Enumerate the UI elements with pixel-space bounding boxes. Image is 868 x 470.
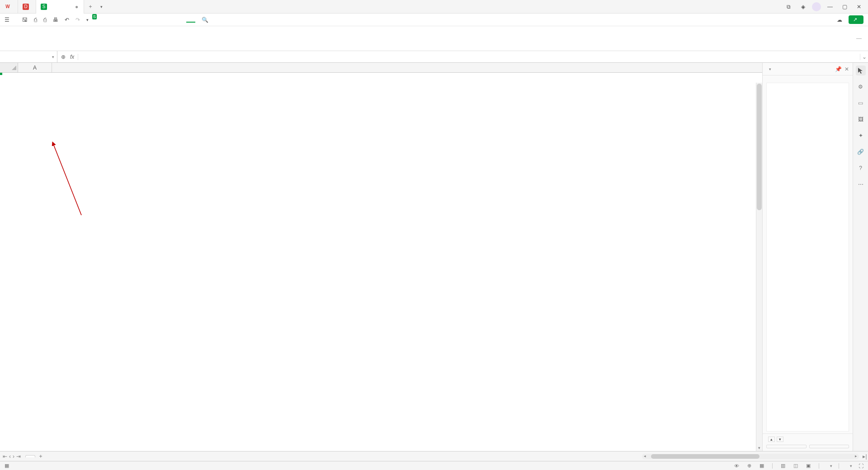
chevron-down-icon[interactable]: ▾ — [52, 55, 54, 59]
formula-expand-icon[interactable]: ⌄ — [860, 54, 868, 60]
col-header-A[interactable]: A — [18, 63, 52, 72]
column-headers: A — [0, 63, 762, 73]
cell-selection — [0, 73, 2, 75]
sheet-first-icon[interactable]: ⇤ — [3, 453, 7, 460]
save-icon[interactable]: 🖫 — [19, 15, 30, 25]
shapes-icon[interactable]: ✦ — [856, 131, 866, 141]
export-icon[interactable]: ⎙ — [31, 15, 40, 25]
view-pagebreak-icon[interactable]: ◫ — [792, 463, 800, 469]
scroll-right-icon[interactable]: ▸ — [855, 454, 857, 458]
hamburger-icon[interactable]: ☰ — [2, 15, 12, 25]
panel-close-icon[interactable]: ✕ — [844, 66, 849, 72]
tab-add-button[interactable]: ＋ — [84, 3, 97, 10]
spreadsheet-icon: S — [41, 4, 47, 10]
name-box[interactable]: ▾ — [0, 51, 57, 62]
redo-icon[interactable]: ↷ — [73, 15, 83, 25]
template-icon: D — [23, 4, 29, 10]
menu-review[interactable] — [146, 18, 156, 22]
view-normal-icon[interactable]: ▥ — [779, 463, 787, 469]
share-icon: ↗ — [853, 17, 857, 23]
tab-list-button[interactable]: ▾ — [97, 5, 106, 9]
tab-template[interactable]: D — [18, 0, 36, 14]
print-preview-icon[interactable]: 🖶 — [50, 15, 61, 25]
menu-tools[interactable] — [166, 18, 175, 22]
select-all-corner[interactable] — [0, 63, 18, 72]
ribbon-collapse-icon[interactable]: — — [854, 33, 863, 43]
sheet-prev-icon[interactable]: ‹ — [9, 453, 11, 460]
order-up-icon[interactable]: ▴ — [768, 437, 775, 442]
quick-dropdown-icon[interactable]: ▾ — [84, 16, 91, 24]
menu-page[interactable] — [117, 18, 126, 22]
cube-icon[interactable]: ◈ — [797, 1, 808, 12]
zoom-lens-icon[interactable]: ⊕ — [61, 54, 66, 60]
panel-body — [766, 83, 849, 432]
sheet-add-button[interactable]: ＋ — [35, 452, 46, 460]
view-page-icon[interactable]: ▣ — [804, 463, 812, 469]
menu-data[interactable] — [137, 18, 146, 22]
help-icon[interactable]: ? — [856, 163, 866, 173]
link-icon[interactable]: 🔗 — [856, 147, 866, 157]
more-icon[interactable]: ⋯ — [856, 179, 866, 189]
horizontal-scrollbar[interactable]: ◂ ▸ — [642, 454, 859, 459]
tab-close-icon[interactable]: ● — [74, 4, 79, 10]
hide-all-button[interactable] — [809, 445, 849, 448]
menu-member[interactable] — [176, 18, 185, 22]
comment-icon[interactable]: ▭ — [856, 98, 866, 108]
status-grid-icon[interactable]: ▦ — [3, 463, 11, 469]
undo-icon[interactable]: ↶ — [62, 15, 72, 25]
order-down-icon[interactable]: ▾ — [777, 437, 783, 442]
select-tool-icon[interactable] — [856, 66, 866, 75]
name-box-input[interactable] — [10, 54, 47, 60]
menu-formula[interactable] — [127, 18, 136, 22]
window-copy-icon[interactable]: ⧉ — [783, 1, 794, 12]
hscroll-thumb[interactable] — [651, 454, 760, 459]
scroll-down-icon[interactable]: ▾ — [756, 446, 762, 451]
share-button[interactable]: ↗ — [849, 15, 863, 24]
wps-logo-icon: W — [5, 4, 11, 10]
vertical-scrollbar[interactable]: ▴ ▾ — [756, 83, 762, 451]
menu-view[interactable] — [156, 18, 165, 22]
table-icon[interactable]: ▦ — [758, 463, 766, 469]
titlebar: W D S ● ＋ ▾ ⧉ ◈ — ▢ ✕ — [0, 0, 868, 14]
avatar-icon[interactable] — [812, 2, 821, 11]
target-icon[interactable]: ⊕ — [745, 463, 753, 469]
eye-icon[interactable]: 👁 — [732, 463, 741, 469]
window-controls: ⧉ ◈ — ▢ ✕ — [783, 1, 868, 12]
print-icon[interactable]: ⎙ — [41, 15, 49, 25]
search-icon[interactable]: 🔍 — [199, 15, 211, 25]
tab-wps-office[interactable]: W — [0, 0, 18, 14]
menubar: ☰ 🖫 ⎙ ⎙ 🖶 ↶ ↷ ▾ S 🔍 ☁ ↗ — [0, 14, 868, 26]
zoom2-dd-icon[interactable]: ▾ — [850, 464, 852, 468]
show-all-button[interactable] — [766, 445, 807, 448]
svg-marker-0 — [12, 66, 16, 70]
sheet-last-icon[interactable]: ⇥ — [16, 453, 21, 460]
minimize-icon[interactable]: — — [825, 1, 835, 12]
pin-icon[interactable]: 📌 — [835, 66, 842, 72]
status-bar: ▦ 👁 ⊕ ▦ ▥ ◫ ▣ ▾ ▾ ⛶ — [0, 461, 868, 470]
formula-bar: ▾ ⊕ fx ⌄ — [0, 51, 868, 63]
spreadsheet-grid[interactable]: A ▴ ▾ — [0, 63, 762, 451]
fullscreen-icon[interactable]: ⛶ — [857, 463, 865, 469]
scroll-thumb[interactable] — [757, 84, 762, 210]
settings-slider-icon[interactable]: ⚙ — [856, 82, 866, 92]
sheet-next-icon[interactable]: › — [13, 453, 14, 460]
menu-efficiency[interactable] — [186, 17, 195, 23]
menu-start[interactable] — [97, 18, 106, 22]
cloud-icon[interactable]: ☁ — [834, 15, 845, 25]
zoom1-dd-icon[interactable]: ▾ — [830, 464, 832, 468]
ribbon: — — [0, 26, 868, 51]
side-toolbar: ⚙ ▭ 🖼 ✦ 🔗 ? ⋯ — [853, 63, 868, 451]
sheet-tab-sheet1[interactable] — [25, 455, 35, 457]
scroll-end-icon[interactable]: ▸| — [862, 453, 868, 460]
panel-dropdown-icon[interactable]: ▾ — [769, 67, 771, 71]
image-icon[interactable]: 🖼 — [856, 114, 866, 124]
close-icon[interactable]: ✕ — [854, 1, 864, 12]
file-menu[interactable] — [13, 18, 19, 22]
tab-workbook1[interactable]: S ● — [36, 0, 84, 14]
svg-line-2 — [53, 144, 81, 215]
arrow-annotation — [50, 141, 86, 217]
menu-insert[interactable] — [107, 18, 116, 22]
maximize-icon[interactable]: ▢ — [839, 1, 850, 12]
fx-icon[interactable]: fx — [70, 54, 74, 60]
scroll-left-icon[interactable]: ◂ — [644, 454, 646, 458]
